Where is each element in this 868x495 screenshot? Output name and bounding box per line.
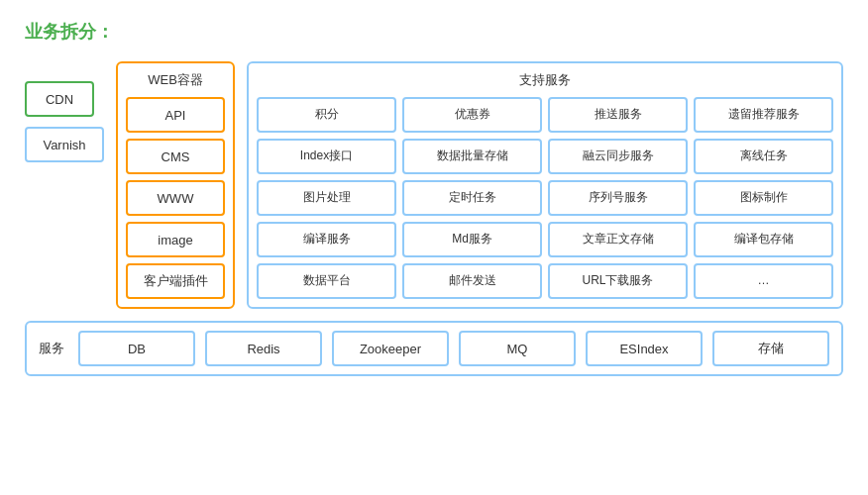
support-item: 融云同步服务 xyxy=(548,139,688,174)
service-label: 服务 xyxy=(39,340,64,357)
bottom-section: 服务 DBRedisZookeeperMQESIndex存储 xyxy=(25,321,843,376)
service-item: MQ xyxy=(459,331,576,366)
cdn-box: CDN xyxy=(25,81,94,117)
support-item: 数据批量存储 xyxy=(402,139,542,174)
support-item: 文章正文存储 xyxy=(548,222,688,257)
varnish-box: Varnish xyxy=(25,127,104,162)
service-item: DB xyxy=(78,331,195,366)
support-item: 离线任务 xyxy=(694,139,833,174)
support-item: 编译包存储 xyxy=(694,222,833,257)
support-container: 支持服务 积分优惠券推送服务遗留推荐服务Index接口数据批量存储融云同步服务离… xyxy=(247,61,843,309)
support-item: Md服务 xyxy=(402,222,542,257)
top-section: CDN Varnish WEB容器 APICMSWWWimage客户端插件 支持… xyxy=(25,61,843,309)
varnish-label: Varnish xyxy=(43,138,85,152)
service-item: Redis xyxy=(205,331,322,366)
service-item: ESIndex xyxy=(586,331,703,366)
web-item: WWW xyxy=(126,180,225,216)
web-item: image xyxy=(126,222,225,257)
support-item: 定时任务 xyxy=(402,180,542,216)
web-container: WEB容器 APICMSWWWimage客户端插件 xyxy=(116,61,235,309)
support-item: 遗留推荐服务 xyxy=(694,97,833,133)
support-grid: 积分优惠券推送服务遗留推荐服务Index接口数据批量存储融云同步服务离线任务图片… xyxy=(257,97,833,299)
service-item: Zookeeper xyxy=(332,331,449,366)
support-section-title: 支持服务 xyxy=(257,71,833,89)
web-section-title: WEB容器 xyxy=(126,71,225,89)
support-item: 邮件发送 xyxy=(402,263,542,299)
main-container: 业务拆分： CDN Varnish WEB容器 APICMSWWWimage客户… xyxy=(0,0,868,495)
cdn-label: CDN xyxy=(46,92,73,107)
support-item: 数据平台 xyxy=(257,263,396,299)
web-items: APICMSWWWimage客户端插件 xyxy=(126,97,225,299)
support-item: 推送服务 xyxy=(548,97,688,133)
service-item: 存储 xyxy=(712,331,829,366)
support-item: … xyxy=(694,263,833,299)
support-item: 图片处理 xyxy=(257,180,396,216)
web-item: API xyxy=(126,97,225,133)
support-item: Index接口 xyxy=(257,139,396,174)
support-item: 序列号服务 xyxy=(548,180,688,216)
support-item: URL下载服务 xyxy=(548,263,688,299)
support-item: 编译服务 xyxy=(257,222,396,257)
web-item: 客户端插件 xyxy=(126,263,225,299)
left-items: CDN Varnish xyxy=(25,81,104,162)
page-title: 业务拆分： xyxy=(25,20,843,44)
web-item: CMS xyxy=(126,139,225,174)
support-item: 优惠券 xyxy=(402,97,542,133)
support-item: 图标制作 xyxy=(694,180,833,216)
support-item: 积分 xyxy=(257,97,396,133)
